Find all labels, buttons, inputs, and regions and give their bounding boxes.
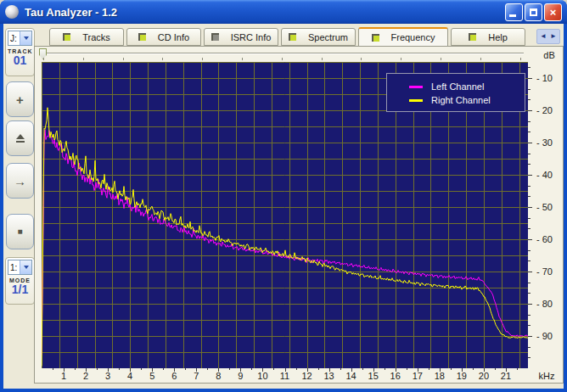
slider-tick [83,58,84,60]
slider-tick [520,58,521,60]
tab-help[interactable]: Help [451,28,525,46]
tab-scroll-control: ◄ ► [536,29,560,44]
tab-bar: Tracks CD Info ISRC Info Spectrum Freque… [49,27,560,47]
y-tick-label: - 30 [536,137,562,148]
x-minor-tick [185,368,186,370]
legend-item-left-channel: Left Channel [409,80,525,93]
flag-icon [138,33,146,41]
x-tick-label: 13 [320,371,339,381]
tab-scroll-left-icon[interactable]: ◄ [540,33,547,40]
flag-icon [63,33,70,41]
y-tick [528,272,532,272]
x-minor-tick [362,368,363,370]
tab-isrc-info[interactable]: ISRC Info [204,28,278,46]
tab-frequency[interactable]: Frequency [358,27,448,47]
x-tick-label: 1 [54,371,73,381]
title-bar: Tau Analyzer - 1.2 × [0,0,567,24]
y-minor-tick [528,99,531,100]
tab-scroll-right-icon[interactable]: ► [550,33,557,40]
left-channel-swatch-icon [409,86,423,88]
tab-tracks[interactable]: Tracks [49,28,124,46]
slider-tick [441,58,441,60]
y-tick [528,143,532,143]
flag-icon [372,34,379,42]
mode-select-value: 1: [8,260,20,274]
khz-unit-label: kHz [531,371,562,381]
window-content: J: TRACK 01 + → ■ 1: MODE 1/1 [3,24,564,389]
y-tick-label: - 50 [536,202,562,212]
x-minor-tick [251,368,252,370]
y-tick [528,239,532,240]
plus-button[interactable]: + [6,81,34,117]
stop-button[interactable]: ■ [6,214,34,249]
x-minor-tick [119,368,120,370]
slider-track[interactable] [40,53,524,54]
close-button[interactable]: × [544,3,562,21]
x-minor-tick [407,368,407,370]
x-minor-tick [340,368,341,370]
tab-cd-info[interactable]: CD Info [126,28,201,46]
db-unit-label: dB [528,50,564,60]
y-tick [528,175,532,176]
app-window: Tau Analyzer - 1.2 × J: TRACK 01 + → [0,0,567,392]
y-tick-label: - 40 [536,170,562,180]
y-tick [528,304,532,305]
x-tick-label: 19 [452,371,471,381]
x-tick-label: 5 [143,371,161,381]
maximize-button[interactable] [525,3,542,21]
flag-icon [289,33,296,41]
y-minor-tick [528,283,531,283]
slider-tick [43,58,44,60]
mode-select[interactable]: 1: [8,260,32,275]
y-tick-label: - 10 [536,73,562,83]
tab-spectrum[interactable]: Spectrum [281,28,356,46]
slider-tick [162,58,163,60]
x-tick-label: 9 [231,371,250,381]
slider-tick [401,58,401,60]
x-minor-tick [495,368,496,370]
y-minor-tick [528,89,531,90]
legend: Left Channel Right Channel [386,73,525,112]
flag-icon [469,33,476,41]
stop-icon: ■ [17,227,22,236]
x-minor-tick [517,368,518,370]
db-axis: dB - 10- 20- 30- 40- 50- 60- 70- 80- 90 [528,47,564,368]
slider-tick [202,58,203,60]
window-title: Tau Analyzer - 1.2 [25,6,505,19]
x-tick-label: 20 [474,371,493,381]
forward-icon: → [14,175,26,188]
eject-button[interactable] [6,120,34,156]
x-minor-tick [273,368,274,370]
slider-tick [123,58,124,60]
y-tick [528,336,532,337]
chevron-down-icon[interactable] [20,260,31,274]
drive-select[interactable]: J: [8,31,32,46]
x-tick-label: 18 [430,371,449,381]
y-minor-tick [528,154,531,154]
x-tick-label: 12 [298,371,317,381]
slider-tick [322,58,323,60]
x-minor-tick [75,368,76,370]
x-minor-tick [429,368,429,370]
x-minor-tick [207,368,208,370]
slider-tick [242,58,243,60]
y-tick [528,207,532,208]
minimize-button[interactable] [505,3,523,21]
slider-tick [480,58,481,60]
flag-icon [211,33,219,41]
x-tick-label: 6 [165,371,183,381]
forward-button[interactable]: → [6,163,34,199]
y-minor-tick [528,196,531,197]
x-minor-tick [229,368,230,370]
position-slider[interactable] [38,48,525,61]
chevron-down-icon[interactable] [20,31,31,45]
x-minor-tick [53,368,53,370]
y-tick-label: - 60 [536,234,562,244]
mode-group: 1: MODE 1/1 [5,257,35,305]
x-tick-label: 15 [364,371,383,381]
x-tick-label: 11 [276,371,295,381]
track-number: 01 [8,54,32,67]
x-tick-label: 16 [386,371,405,381]
x-tick-label: 17 [408,371,427,381]
x-tick-label: 3 [98,371,117,381]
